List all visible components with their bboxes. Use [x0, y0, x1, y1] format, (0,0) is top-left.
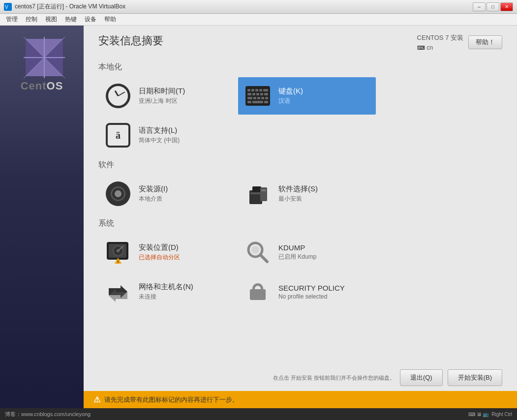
- language-title: 语言支持(L): [139, 126, 180, 135]
- status-right: ⌨ 🖥 📺 Right Ctrl: [468, 412, 512, 417]
- svg-rect-20: [261, 97, 264, 99]
- software-selection-subtitle: 最小安装: [278, 195, 318, 203]
- start-install-button[interactable]: 开始安装(B): [448, 369, 502, 386]
- hint-text: Right Ctrl: [491, 412, 512, 417]
- warning-icon: ⚠: [93, 395, 100, 404]
- svg-rect-22: [247, 101, 251, 103]
- warning-bar: ⚠ 请先完成带有此图标标记的内容再进行下一步。: [84, 391, 517, 408]
- minimize-button[interactable]: –: [473, 2, 486, 11]
- menu-control[interactable]: 控制: [22, 14, 41, 25]
- svg-line-39: [260, 255, 267, 262]
- item-network[interactable]: 网络和主机名(N) 未连接: [98, 273, 236, 310]
- svg-rect-15: [260, 93, 263, 95]
- status-blog: 博客：www.cnblogs.com/uncleyong: [5, 411, 91, 418]
- svg-rect-10: [259, 89, 262, 91]
- install-footer: 在点击 开始安装 按钮前我们并不会操作您的磁盘。 退出(Q) 开始安装(B): [84, 364, 517, 391]
- svg-rect-17: [247, 97, 252, 99]
- item-install-source[interactable]: 安装源(I) 本地介质: [98, 175, 236, 212]
- menu-help[interactable]: 帮助: [100, 14, 120, 25]
- svg-rect-11: [263, 89, 268, 91]
- install-source-title: 安装源(I): [139, 184, 168, 194]
- quit-button[interactable]: 退出(Q): [400, 369, 443, 386]
- svg-rect-8: [251, 89, 254, 91]
- menu-view[interactable]: 视图: [41, 14, 61, 25]
- svg-rect-19: [257, 97, 260, 99]
- help-button[interactable]: 帮助！: [468, 35, 502, 49]
- install-dest-title: 安装位置(D): [139, 243, 180, 252]
- svg-text:V: V: [5, 4, 8, 10]
- maximize-button[interactable]: □: [487, 2, 499, 11]
- section-localization-title: 本地化: [98, 62, 502, 72]
- install-source-subtitle: 本地介质: [139, 195, 168, 203]
- item-datetime[interactable]: 日期和时间(T) 亚洲/上海 时区: [98, 77, 236, 115]
- window-title: centos7 [正在运行] - Oracle VM VirtualBox: [15, 2, 473, 11]
- network-icon: [104, 278, 132, 305]
- brand-text: CentOS: [21, 80, 63, 92]
- menu-bar: 管理 控制 视图 热键 设备 帮助: [0, 14, 517, 26]
- datetime-title: 日期和时间(T): [139, 87, 185, 96]
- kdump-subtitle: 已启用 Kdump: [278, 253, 316, 261]
- close-button[interactable]: ✕: [500, 2, 513, 11]
- language-icon: ā: [104, 121, 132, 149]
- title-bar: V centos7 [正在运行] - Oracle VM VirtualBox …: [0, 0, 517, 14]
- software-items: 安装源(I) 本地介质: [98, 175, 502, 212]
- software-selection-icon: [244, 180, 272, 208]
- item-install-dest[interactable]: ! 安装位置(D) 已选择自动分区: [98, 234, 236, 271]
- svg-rect-23: [252, 101, 263, 103]
- vm-content: CentOS 安装信息摘要 CENTOS 7 安装 ⌨ cn 帮助！: [0, 26, 517, 408]
- install-body: 本地化 日期和时间(T) 亚洲/上海 时区: [84, 56, 517, 364]
- security-icon: [244, 278, 272, 305]
- network-title: 网络和主机名(N): [139, 282, 193, 292]
- keyboard-subtitle: 汉语: [278, 97, 303, 105]
- svg-rect-7: [247, 89, 250, 91]
- install-dest-icon: !: [104, 239, 132, 266]
- network-subtitle: 未连接: [139, 293, 193, 301]
- item-kdump[interactable]: KDUMP 已启用 Kdump: [238, 234, 376, 271]
- svg-rect-13: [252, 93, 255, 95]
- section-system-title: 系统: [98, 218, 502, 229]
- language-subtitle: 简体中文 (中国): [139, 136, 180, 145]
- section-software-title: 软件: [98, 160, 502, 170]
- keyboard-title: 键盘(K): [278, 87, 303, 96]
- sidebar: CentOS: [0, 26, 84, 408]
- security-subtitle: No profile selected: [278, 293, 345, 300]
- svg-text:!: !: [118, 259, 119, 264]
- item-language[interactable]: ā 语言支持(L) 简体中文 (中国): [98, 117, 236, 154]
- software-selection-title: 软件选择(S): [278, 184, 318, 194]
- menu-devices[interactable]: 设备: [81, 14, 100, 25]
- menu-manage[interactable]: 管理: [2, 14, 22, 25]
- warning-message: 请先完成带有此图标标记的内容再进行下一步。: [104, 395, 239, 404]
- localization-items: 日期和时间(T) 亚洲/上海 时区: [98, 77, 502, 154]
- kdump-title: KDUMP: [278, 243, 316, 252]
- install-header: 安装信息摘要 CENTOS 7 安装 ⌨ cn 帮助！: [84, 26, 517, 56]
- app-icon: V: [4, 3, 12, 11]
- svg-rect-18: [253, 97, 256, 99]
- svg-rect-24: [264, 101, 268, 103]
- item-keyboard[interactable]: 键盘(K) 汉语: [238, 77, 376, 115]
- svg-rect-16: [264, 93, 268, 95]
- svg-rect-29: [261, 189, 266, 191]
- svg-rect-9: [255, 89, 258, 91]
- svg-point-38: [251, 246, 259, 254]
- svg-rect-27: [250, 192, 261, 194]
- keyboard-icon: ⌨: [417, 45, 425, 51]
- install-area: 安装信息摘要 CENTOS 7 安装 ⌨ cn 帮助！ 本地化: [84, 26, 517, 408]
- status-bar: 博客：www.cnblogs.com/uncleyong ⌨ 🖥 📺 Right…: [0, 408, 517, 420]
- install-source-icon: [104, 180, 132, 208]
- svg-rect-14: [256, 93, 259, 95]
- security-title: SECURITY POLICY: [278, 284, 345, 292]
- kdump-icon: [244, 239, 272, 266]
- footer-note: 在点击 开始安装 按钮前我们并不会操作您的磁盘。: [98, 374, 395, 382]
- centos-logo: [22, 35, 61, 75]
- keyboard-icon-item: [244, 82, 272, 110]
- install-dest-subtitle: 已选择自动分区: [139, 253, 180, 262]
- svg-rect-26: [252, 186, 261, 192]
- keyboard-status: ⌨ 🖥 📺: [468, 412, 489, 417]
- header-right: CENTOS 7 安装 ⌨ cn 帮助！: [417, 33, 502, 51]
- item-security[interactable]: SECURITY POLICY No profile selected: [238, 273, 376, 310]
- item-software-selection[interactable]: 软件选择(S) 最小安装: [238, 175, 376, 212]
- svg-rect-12: [247, 93, 251, 95]
- menu-hotkey[interactable]: 热键: [61, 14, 81, 25]
- datetime-subtitle: 亚洲/上海 时区: [139, 97, 185, 105]
- datetime-icon: [104, 82, 132, 110]
